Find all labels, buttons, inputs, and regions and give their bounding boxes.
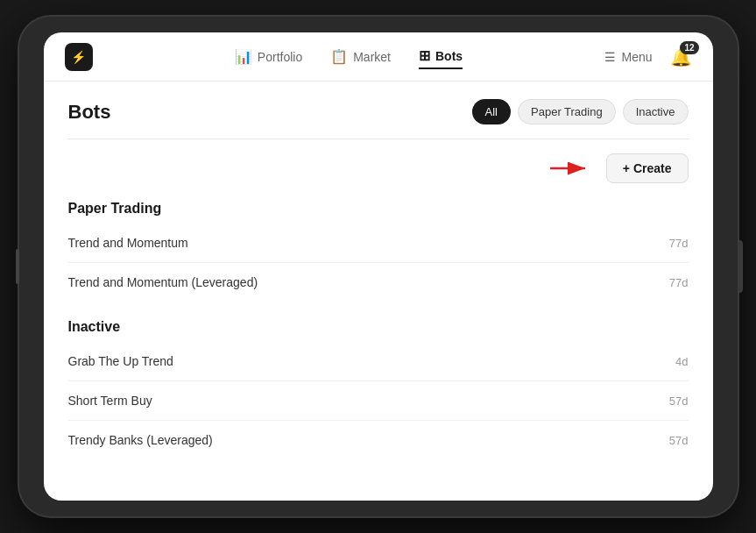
menu-button[interactable]: ☰ Menu bbox=[604, 50, 652, 64]
hamburger-icon: ☰ bbox=[604, 50, 616, 64]
bot-item[interactable]: Short Term Buy57d bbox=[68, 381, 689, 421]
bot-age: 4d bbox=[675, 355, 688, 368]
filter-all[interactable]: All bbox=[472, 99, 511, 124]
nav-item-portfolio[interactable]: 📊 Portfolio bbox=[235, 45, 302, 68]
bot-item[interactable]: Trend and Momentum (Leveraged)77d bbox=[68, 263, 689, 302]
arrow-indicator bbox=[550, 160, 592, 177]
market-icon: 📋 bbox=[330, 48, 348, 65]
bots-icon: ⊞ bbox=[419, 47, 430, 64]
nav-label-bots: Bots bbox=[435, 49, 463, 63]
filter-inactive[interactable]: Inactive bbox=[623, 99, 689, 124]
create-button[interactable]: + Create bbox=[606, 153, 689, 183]
bot-age: 57d bbox=[669, 434, 689, 447]
bot-name: Grab The Up Trend bbox=[68, 354, 173, 368]
bot-item[interactable]: Grab The Up Trend4d bbox=[68, 342, 689, 381]
filter-paper-trading[interactable]: Paper Trading bbox=[518, 99, 616, 124]
app-logo[interactable]: ⚡ bbox=[65, 43, 93, 71]
notification-badge: 12 bbox=[680, 41, 698, 54]
bot-name: Trend and Momentum bbox=[68, 236, 188, 250]
bot-name: Short Term Buy bbox=[68, 394, 152, 408]
menu-label: Menu bbox=[621, 50, 652, 64]
filter-tabs: All Paper Trading Inactive bbox=[472, 99, 689, 124]
nav-label-portfolio: Portfolio bbox=[258, 50, 302, 64]
bot-item[interactable]: Trendy Banks (Leveraged)57d bbox=[68, 421, 689, 459]
bot-age: 57d bbox=[669, 394, 689, 408]
main-content: Bots All Paper Trading Inactive bbox=[44, 82, 713, 501]
arrow-icon bbox=[550, 160, 592, 177]
tablet-screen: ⚡ 📊 Portfolio 📋 Market ⊞ Bots ☰ bbox=[44, 32, 713, 501]
logo-icon: ⚡ bbox=[71, 50, 86, 64]
section-title-paper-trading: Paper Trading bbox=[68, 201, 689, 217]
portfolio-icon: 📊 bbox=[235, 48, 252, 65]
top-nav: ⚡ 📊 Portfolio 📋 Market ⊞ Bots ☰ bbox=[44, 32, 713, 82]
bot-age: 77d bbox=[669, 276, 689, 289]
section-inactive: InactiveGrab The Up Trend4dShort Term Bu… bbox=[68, 319, 689, 459]
nav-label-market: Market bbox=[353, 50, 391, 64]
create-bar: + Create bbox=[68, 153, 689, 183]
side-button-left bbox=[16, 249, 19, 284]
section-title-inactive: Inactive bbox=[68, 319, 689, 335]
nav-right: ☰ Menu 🔔 12 bbox=[604, 46, 691, 68]
nav-item-market[interactable]: 📋 Market bbox=[330, 45, 391, 68]
bot-name: Trendy Banks (Leveraged) bbox=[68, 433, 213, 447]
bot-age: 77d bbox=[669, 237, 689, 250]
page-title: Bots bbox=[68, 101, 111, 124]
bot-name: Trend and Momentum (Leveraged) bbox=[68, 275, 258, 289]
page-header: Bots All Paper Trading Inactive bbox=[68, 99, 689, 139]
tablet-frame: ⚡ 📊 Portfolio 📋 Market ⊞ Bots ☰ bbox=[19, 17, 738, 516]
bot-item[interactable]: Trend and Momentum77d bbox=[68, 224, 689, 263]
nav-item-bots[interactable]: ⊞ Bots bbox=[419, 44, 463, 69]
notification-wrapper: 🔔 12 bbox=[670, 46, 692, 68]
nav-items: 📊 Portfolio 📋 Market ⊞ Bots bbox=[93, 44, 605, 69]
side-button-right bbox=[738, 240, 743, 293]
bot-sections: Paper TradingTrend and Momentum77dTrend … bbox=[68, 201, 689, 459]
section-paper-trading: Paper TradingTrend and Momentum77dTrend … bbox=[68, 201, 689, 302]
